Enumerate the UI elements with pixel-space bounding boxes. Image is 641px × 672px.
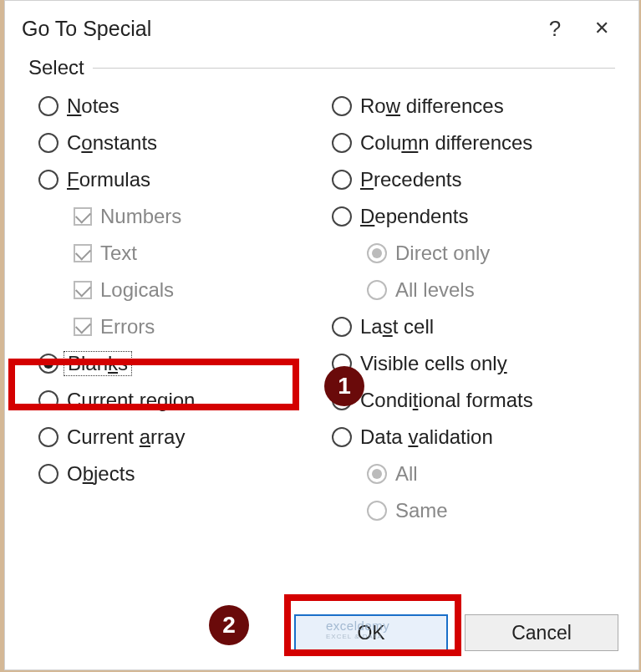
option-logicals: Logicals	[28, 272, 322, 308]
dialog-title: Go To Special	[22, 17, 532, 41]
radio-icon	[332, 354, 352, 374]
radio-icon	[38, 464, 59, 484]
option-conditional-formats[interactable]: Conditional formats	[322, 382, 615, 419]
option-data-validation[interactable]: Data validation	[322, 419, 615, 456]
radio-icon	[367, 501, 387, 521]
radio-icon	[38, 427, 59, 447]
option-notes[interactable]: Notes	[28, 88, 322, 125]
go-to-special-dialog: Go To Special ? ✕ Select Notes Constants	[4, 0, 639, 670]
radio-icon	[332, 427, 352, 447]
radio-icon	[38, 354, 59, 374]
radio-icon	[367, 280, 387, 300]
titlebar: Go To Special ? ✕	[5, 1, 638, 53]
option-all: All	[322, 456, 615, 492]
close-button[interactable]: ✕	[578, 11, 625, 46]
option-row-differences[interactable]: Row differences	[322, 88, 615, 125]
radio-icon	[332, 390, 352, 410]
radio-icon	[38, 96, 59, 116]
option-visible-cells[interactable]: Visible cells only	[322, 345, 615, 382]
cancel-button[interactable]: Cancel	[465, 614, 618, 651]
radio-icon	[332, 206, 352, 227]
right-column: Row differences Column differences Prece…	[322, 88, 615, 529]
option-errors: Errors	[28, 308, 322, 345]
divider	[93, 68, 615, 69]
option-column-differences[interactable]: Column differences	[322, 125, 615, 161]
ok-button[interactable]: OK	[294, 614, 448, 651]
help-button[interactable]: ?	[532, 11, 578, 46]
option-text: Text	[28, 235, 322, 272]
radio-icon	[332, 133, 352, 153]
radio-icon	[38, 170, 59, 190]
radio-icon	[332, 170, 352, 190]
option-current-region[interactable]: Current region	[28, 382, 322, 419]
radio-icon	[332, 317, 352, 337]
option-blanks[interactable]: Blanks	[28, 345, 322, 382]
option-numbers: Numbers	[28, 198, 322, 235]
checkbox-icon	[74, 318, 92, 336]
radio-icon	[367, 243, 387, 263]
option-all-levels: All levels	[322, 272, 615, 308]
radio-icon	[38, 390, 59, 410]
radio-icon	[38, 133, 59, 153]
option-precedents[interactable]: Precedents	[322, 161, 615, 198]
checkbox-icon	[74, 244, 92, 262]
dialog-content: Select Notes Constants Formulas	[5, 53, 638, 537]
left-column: Notes Constants Formulas Numbers Text	[28, 88, 322, 529]
button-row: OK Cancel	[5, 599, 638, 669]
checkbox-icon	[74, 207, 92, 226]
option-dependents[interactable]: Dependents	[322, 198, 615, 235]
option-same: Same	[322, 492, 615, 529]
radio-icon	[367, 464, 387, 484]
option-direct-only: Direct only	[322, 235, 615, 272]
option-objects[interactable]: Objects	[28, 456, 322, 492]
option-last-cell[interactable]: Last cell	[322, 308, 615, 345]
option-constants[interactable]: Constants	[28, 125, 322, 161]
option-current-array[interactable]: Current array	[28, 419, 322, 456]
select-label: Select	[28, 56, 84, 79]
fieldset-header: Select	[28, 56, 615, 79]
checkbox-icon	[74, 281, 92, 299]
option-formulas[interactable]: Formulas	[28, 161, 322, 198]
radio-icon	[332, 96, 352, 116]
